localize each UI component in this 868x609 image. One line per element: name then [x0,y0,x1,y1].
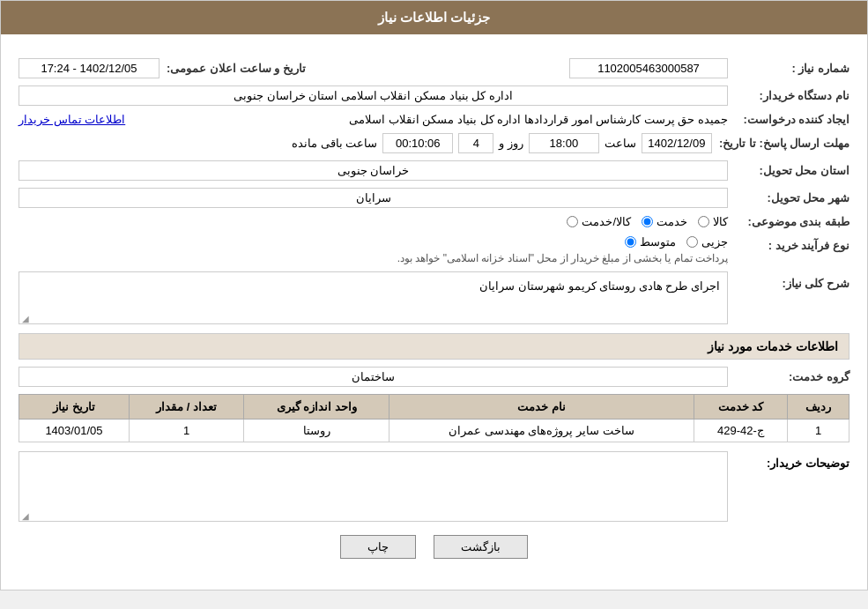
creator-label: ایجاد کننده درخواست: [735,113,849,126]
city-label: شهر محل تحویل: [735,191,849,204]
need-description-box: اجرای طرح هادی روستای کریمو شهرستان سرای… [19,271,728,324]
deadline-label: مهلت ارسال پاسخ: تا تاریخ: [719,137,849,150]
deadline-days: 4 [458,133,493,153]
category-both-radio[interactable] [567,216,578,227]
announcement-value: 1402/12/05 - 17:24 [19,58,160,78]
col-header-unit: واحد اندازه گیری [244,395,389,420]
service-group-value: ساختمان [19,367,728,387]
buyer-notes-resize[interactable]: ◢ [19,511,29,522]
category-service-radio[interactable] [642,216,653,227]
deadline-time: 18:00 [529,133,599,153]
col-header-quantity: تعداد / مقدار [129,395,244,420]
deadline-day-label: روز و [499,137,523,150]
cell-quantity: 1 [129,420,244,442]
need-desc-label: شرح کلی نیاز: [735,271,849,290]
province-value: خراسان جنوبی [19,160,728,181]
cell-date: 1403/01/05 [19,420,130,442]
services-section-title: اطلاعات خدمات مورد نیاز [19,333,849,360]
category-goods-label: کالا [713,215,728,228]
category-both-label: کالا/خدمت [582,215,631,228]
category-goods-radio[interactable] [698,216,709,227]
process-partial-radio[interactable] [686,236,698,248]
category-option-service[interactable]: خدمت [642,215,687,228]
cell-name: ساخت سایر پروژه‌های مهندسی عمران [389,420,694,442]
cell-row: 1 [788,420,849,442]
deadline-date: 1402/12/09 [642,133,712,153]
buyer-org-label: نام دستگاه خریدار: [735,89,849,102]
need-number-label: شماره نیاز : [735,62,849,75]
category-service-label: خدمت [657,215,687,228]
page-header: جزئیات اطلاعات نیاز [1,1,867,34]
category-radio-group: کالا خدمت کالا/خدمت [567,215,728,228]
cell-unit: روستا [244,420,389,442]
announcement-label: تاریخ و ساعت اعلان عمومی: [167,62,306,75]
back-button[interactable]: بازگشت [434,535,528,559]
table-row: 1 ج-42-429 ساخت سایر پروژه‌های مهندسی عم… [19,420,849,442]
process-note: پرداخت تمام یا بخشی از مبلغ خریدار از مح… [19,252,728,264]
province-label: استان محل تحویل: [735,164,849,177]
service-group-label: گروه خدمت: [735,370,849,383]
col-header-name: نام خدمت [389,395,694,420]
buyer-org-value: اداره کل بنیاد مسکن انقلاب اسلامی استان … [19,85,728,106]
category-option-both[interactable]: کالا/خدمت [567,215,631,228]
cell-code: ج-42-429 [694,420,787,442]
deadline-remaining-label: ساعت باقی مانده [292,137,377,150]
col-header-date: تاریخ نیاز [19,395,130,420]
city-value: سرایان [19,188,728,208]
process-option-medium[interactable]: متوسط [625,235,676,249]
category-label: طبقه بندی موضوعی: [735,215,849,228]
buyer-notes-label: توضیحات خریدار: [735,451,849,470]
col-header-code: کد خدمت [694,395,787,420]
need-desc-value: اجرای طرح هادی روستای کریمو شهرستان سرای… [479,279,720,293]
deadline-remaining: 00:10:06 [382,133,453,153]
footer-buttons: بازگشت چاپ [19,522,849,576]
process-option-partial[interactable]: جزیی [686,235,728,249]
need-number-value: 1102005463000587 [569,58,728,78]
category-option-goods[interactable]: کالا [698,215,728,228]
process-partial-label: جزیی [701,235,728,249]
creator-value: جمیده حق پرست کارشناس امور قراردادها ادا… [132,113,728,126]
deadline-time-label: ساعت [605,137,636,150]
process-medium-radio[interactable] [625,236,636,248]
process-label: نوع فرآیند خرید : [735,235,849,252]
creator-contact-link[interactable]: اطلاعات تماس خریدار [19,113,125,126]
print-button[interactable]: چاپ [340,535,416,559]
process-medium-label: متوسط [640,235,676,249]
resize-handle[interactable]: ◢ [19,314,29,324]
col-header-row: ردیف [788,395,849,420]
services-table: ردیف کد خدمت نام خدمت واحد اندازه گیری ت… [19,394,849,442]
buyer-notes-box [19,451,728,522]
